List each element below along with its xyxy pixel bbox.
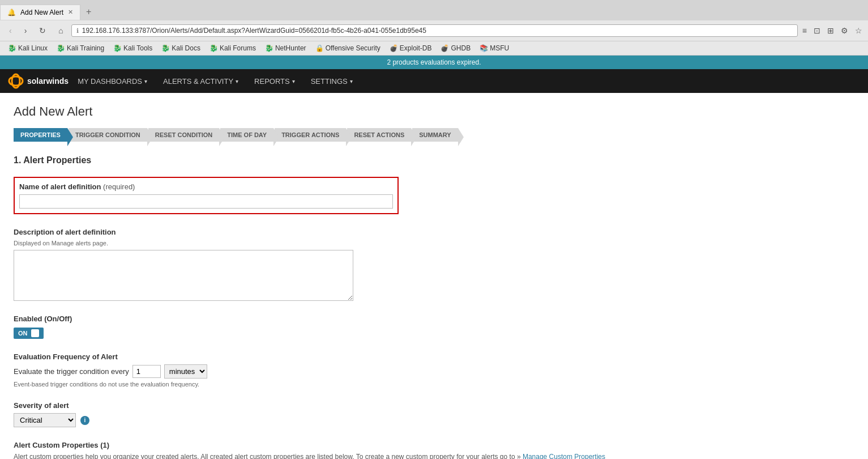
kali-training-icon: 🐉 <box>57 44 65 52</box>
severity-select[interactable]: Critical Warning Notice Informational <box>14 413 76 427</box>
toggle-on-label: ON <box>18 330 28 337</box>
offensive-security-label: Offensive Security <box>326 44 380 52</box>
manage-custom-props-link[interactable]: Manage Custom Properties <box>523 453 605 459</box>
new-tab-button[interactable]: + <box>80 3 97 20</box>
ext-button[interactable]: ⚙ <box>840 25 849 36</box>
settings-arrow: ▾ <box>350 78 353 84</box>
eval-freq-input[interactable]: 1 <box>132 365 161 378</box>
bookmark-kali-training[interactable]: 🐉 Kali Training <box>53 43 108 53</box>
nethunter-label: NetHunter <box>275 44 306 52</box>
reports-label: REPORTS <box>254 77 290 86</box>
reports-arrow: ▾ <box>292 78 295 84</box>
nav-alerts-activity[interactable]: ALERTS & ACTIVITY ▾ <box>156 69 245 93</box>
protocol-icon: ℹ <box>76 27 79 35</box>
step-reset-actions[interactable]: RESET ACTIONS <box>347 128 411 142</box>
step-reset-condition-label: RESET CONDITION <box>155 131 212 138</box>
tab-title: Add New Alert <box>20 8 63 16</box>
ghdb-icon: 💣 <box>441 44 449 52</box>
step-properties-label: PROPERTIES <box>20 131 61 138</box>
tab-bar: 🔔 Add New Alert ✕ + <box>0 0 868 20</box>
reload-button[interactable]: ↻ <box>35 24 50 37</box>
nav-icons: ≡ ⊡ ⊞ ⚙ ☆ <box>801 25 863 36</box>
url-bar[interactable]: ℹ 192.168.176.133:8787/Orion/Alerts/Add/… <box>71 24 798 37</box>
step-properties[interactable]: PROPERTIES <box>14 128 67 142</box>
page-title: Add New Alert <box>14 104 854 119</box>
bookmark-offensive-security[interactable]: 🔒 Offensive Security <box>312 43 384 53</box>
eval-freq-group: Evaluation Frequency of Alert Evaluate t… <box>14 352 854 388</box>
nav-reports[interactable]: REPORTS ▾ <box>247 69 302 93</box>
step-trigger-actions[interactable]: TRIGGER ACTIONS <box>275 128 346 142</box>
solarwinds-logo[interactable]: solarwinds <box>7 73 69 89</box>
windows-button[interactable]: ⊞ <box>826 25 835 36</box>
kali-training-label: Kali Training <box>67 44 104 52</box>
step-trigger-actions-label: TRIGGER ACTIONS <box>281 131 339 138</box>
kali-docs-icon: 🐉 <box>161 44 170 52</box>
desc-field-group: Description of alert definition Displaye… <box>14 228 854 301</box>
kali-tools-label: Kali Tools <box>123 44 152 52</box>
step-reset-condition[interactable]: RESET CONDITION <box>148 128 219 142</box>
bookmark-kali-linux[interactable]: 🐉 Kali Linux <box>5 43 51 53</box>
custom-props-label: Alert Custom Properties (1) <box>14 441 854 449</box>
bookmark-exploit-db[interactable]: 💣 Exploit-DB <box>386 43 435 53</box>
eval-freq-text: Evaluate the trigger condition every 1 m… <box>14 364 854 379</box>
eval-unit-select[interactable]: minutes <box>164 364 207 379</box>
step-time-of-day[interactable]: TIME OF DAY <box>220 128 273 142</box>
ghdb-label: GHDB <box>451 44 471 52</box>
custom-props-desc: Alert custom properties help you organiz… <box>14 453 854 459</box>
enabled-toggle[interactable]: ON <box>14 328 44 339</box>
step-reset-actions-label: RESET ACTIONS <box>354 131 404 138</box>
msfu-label: MSFU <box>490 44 509 52</box>
custom-props-group: Alert Custom Properties (1) Alert custom… <box>14 441 854 459</box>
bookmark-nethunter[interactable]: 🐉 NetHunter <box>262 43 310 53</box>
name-label-text: Name of alert definition <box>19 182 101 191</box>
alerts-activity-label: ALERTS & ACTIVITY <box>163 77 233 86</box>
banner-text: 2 products evaluations expired. <box>387 58 481 66</box>
severity-group: Severity of alert Critical Warning Notic… <box>14 401 854 427</box>
eval-text-before: Evaluate the trigger condition every <box>14 367 129 376</box>
page-content: Add New Alert PROPERTIES TRIGGER CONDITI… <box>0 93 868 459</box>
nav-my-dashboards[interactable]: MY DASHBOARDS ▾ <box>71 69 154 93</box>
eval-note: Event-based trigger conditions do not us… <box>14 381 854 388</box>
step-trigger-condition[interactable]: TRIGGER CONDITION <box>69 128 147 142</box>
nav-settings[interactable]: SETTINGS ▾ <box>304 69 360 93</box>
bookmark-msfu[interactable]: 📚 MSFU <box>476 43 512 53</box>
severity-row: Critical Warning Notice Informational i <box>14 413 854 427</box>
pocket-button[interactable]: ⊡ <box>813 25 822 36</box>
close-tab-button[interactable]: ✕ <box>68 8 73 16</box>
bookmark-kali-forums[interactable]: 🐉 Kali Forums <box>206 43 259 53</box>
kali-linux-label: Kali Linux <box>18 44 48 52</box>
kali-docs-label: Kali Docs <box>172 44 200 52</box>
evaluation-banner: 2 products evaluations expired. <box>0 56 868 69</box>
bookmark-kali-docs[interactable]: 🐉 Kali Docs <box>158 43 204 53</box>
nethunter-icon: 🐉 <box>265 44 273 52</box>
severity-info-icon[interactable]: i <box>80 416 89 425</box>
kali-forums-label: Kali Forums <box>220 44 256 52</box>
settings-label: SETTINGS <box>311 77 348 86</box>
enabled-label: Enabled (On/Off) <box>14 314 854 323</box>
toggle-knob <box>31 329 39 337</box>
bookmark-kali-tools[interactable]: 🐉 Kali Tools <box>110 43 156 53</box>
bookmark-ghdb[interactable]: 💣 GHDB <box>437 43 474 53</box>
desc-textarea[interactable] <box>14 250 353 301</box>
custom-props-desc-text: Alert custom properties help you organiz… <box>14 453 521 459</box>
kali-tools-icon: 🐉 <box>113 44 122 52</box>
section-title: 1. Alert Properties <box>14 155 854 165</box>
forward-button[interactable]: › <box>20 24 32 37</box>
browser-tab-active[interactable]: 🔔 Add New Alert ✕ <box>0 5 80 20</box>
logo-icon <box>7 73 25 89</box>
step-summary[interactable]: SUMMARY <box>412 128 457 142</box>
home-button[interactable]: ⌂ <box>54 24 67 37</box>
my-dashboards-label: MY DASHBOARDS <box>78 77 142 86</box>
name-input[interactable] <box>19 194 393 209</box>
star-button[interactable]: ☆ <box>854 25 863 36</box>
name-input-wrapper: Name of alert definition (required) <box>14 177 399 214</box>
back-button[interactable]: ‹ <box>5 24 16 37</box>
kali-linux-icon: 🐉 <box>8 44 16 52</box>
enabled-field-group: Enabled (On/Off) ON <box>14 314 854 339</box>
severity-label: Severity of alert <box>14 401 854 410</box>
browser-nav-bar: ‹ › ↻ ⌂ ℹ 192.168.176.133:8787/Orion/Ale… <box>0 20 868 41</box>
my-dashboards-arrow: ▾ <box>144 78 147 84</box>
menu-button[interactable]: ≡ <box>801 25 808 36</box>
desc-field-label: Description of alert definition <box>14 228 854 236</box>
url-text: 192.168.176.133:8787/Orion/Alerts/Add/De… <box>82 27 793 35</box>
